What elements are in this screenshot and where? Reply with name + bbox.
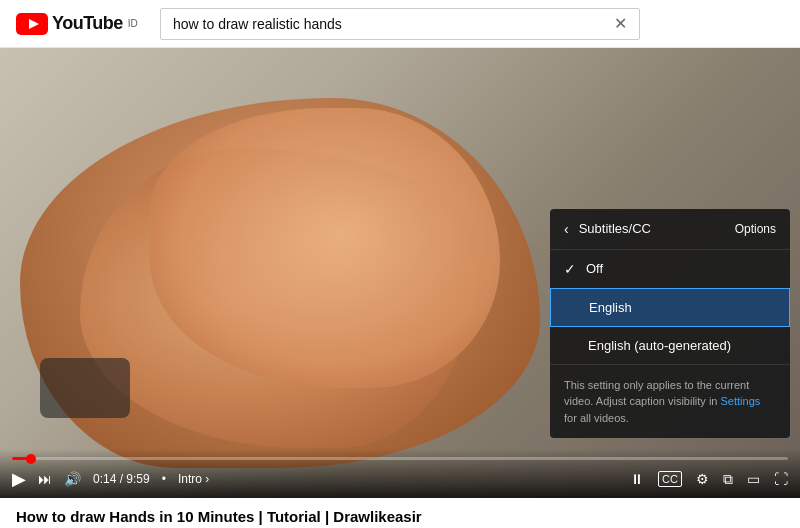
- subtitle-label-english-auto: English (auto-generated): [588, 338, 731, 353]
- subtitle-note: This setting only applies to the current…: [550, 364, 790, 439]
- settings-button[interactable]: ⚙: [696, 471, 709, 487]
- subtitle-item-english[interactable]: English: [550, 288, 790, 327]
- youtube-logo[interactable]: YouTubeID: [16, 13, 138, 35]
- skip-button[interactable]: ⏭: [38, 471, 52, 487]
- pause-remote-button[interactable]: ⏸: [630, 471, 644, 487]
- settings-link[interactable]: Settings: [721, 395, 761, 407]
- search-input[interactable]: [173, 16, 614, 32]
- right-controls: ⏸ CC ⚙ ⧉ ▭ ⛶: [630, 471, 788, 488]
- theater-button[interactable]: ▭: [747, 471, 760, 487]
- progress-bar[interactable]: [12, 457, 788, 460]
- watch-accessory: [40, 358, 130, 418]
- controls-row: ▶ ⏭ 🔊 0:14 / 9:59 • Intro › ⏸ CC ⚙ ⧉ ▭ ⛶: [12, 468, 788, 490]
- volume-button[interactable]: 🔊: [64, 471, 81, 487]
- header: YouTubeID ✕: [0, 0, 800, 48]
- hand-shape-3: [150, 108, 500, 388]
- country-code: ID: [128, 18, 138, 29]
- subtitle-note-end: for all videos.: [564, 412, 629, 424]
- separator: •: [162, 472, 166, 486]
- play-button[interactable]: ▶: [12, 468, 26, 490]
- search-bar: ✕: [160, 8, 640, 40]
- subtitle-item-off[interactable]: ✓ Off: [550, 250, 790, 288]
- subtitles-panel: ‹ Subtitles/CC Options ✓ Off English Eng…: [550, 209, 790, 439]
- fullscreen-button[interactable]: ⛶: [774, 471, 788, 487]
- youtube-icon: [16, 13, 48, 35]
- subtitles-header: ‹ Subtitles/CC Options: [550, 209, 790, 250]
- subtitles-title: Subtitles/CC: [579, 221, 735, 236]
- progress-dot: [26, 454, 36, 464]
- search-clear-button[interactable]: ✕: [614, 14, 627, 33]
- subtitle-label-off: Off: [586, 261, 603, 276]
- subtitle-label-english: English: [589, 300, 632, 315]
- checkmark-off: ✓: [564, 261, 576, 277]
- video-controls: ▶ ⏭ 🔊 0:14 / 9:59 • Intro › ⏸ CC ⚙ ⧉ ▭ ⛶: [0, 449, 800, 498]
- progress-fill: [12, 457, 31, 460]
- chapter-label: Intro ›: [178, 472, 209, 486]
- time-display: 0:14 / 9:59: [93, 472, 150, 486]
- youtube-wordmark: YouTube: [52, 13, 123, 34]
- captions-button[interactable]: CC: [658, 471, 682, 487]
- miniplayer-button[interactable]: ⧉: [723, 471, 733, 488]
- video-title: How to draw Hands in 10 Minutes | Tutori…: [0, 498, 800, 525]
- back-button[interactable]: ‹: [564, 221, 569, 237]
- subtitle-item-english-auto[interactable]: English (auto-generated): [550, 327, 790, 364]
- video-player[interactable]: ‹ Subtitles/CC Options ✓ Off English Eng…: [0, 48, 800, 498]
- options-link[interactable]: Options: [735, 222, 776, 236]
